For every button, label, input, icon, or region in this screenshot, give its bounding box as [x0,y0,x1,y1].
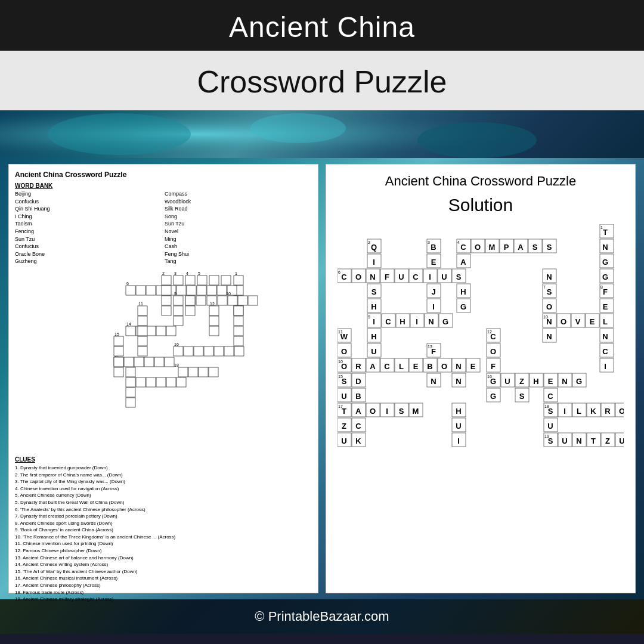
svg-rect-35 [185,296,195,305]
svg-text:L: L [577,407,581,416]
right-panel: Ancient China Crossword Puzzle Solution … [326,164,636,593]
page-title: Ancient China [0,11,644,44]
svg-rect-74 [188,367,198,377]
svg-text:V: V [575,317,581,326]
word-bank-title: WORD BANK [15,182,312,189]
svg-text:T: T [342,407,346,416]
solution-grid: 1 T 2 Q 3 B 4 C O M P [338,224,624,540]
svg-rect-54 [166,326,176,336]
svg-text:G: G [490,392,496,401]
svg-text:O: O [341,347,347,356]
svg-rect-14 [185,275,195,285]
svg-rect-81 [156,377,166,387]
wb-item: Ming [165,236,312,243]
svg-rect-75 [199,367,208,377]
svg-text:O: O [490,347,496,356]
svg-text:O: O [475,243,481,252]
svg-text:11: 11 [138,302,143,306]
footer-text: © PrintableBazaar.com [255,609,389,624]
svg-text:J: J [431,287,435,296]
svg-text:S: S [548,436,553,445]
svg-text:N: N [576,436,581,445]
clue-item: 9. 'Book of Changes' in ancient China (A… [15,527,312,534]
svg-text:C: C [385,317,391,326]
svg-text:H: H [460,287,466,296]
svg-text:P: P [504,243,509,252]
svg-rect-61 [204,346,213,356]
clue-item: 17. Ancient Chinese philosophy (Across) [15,582,312,589]
wb-item: Tang [165,258,312,265]
svg-text:U: U [547,422,553,431]
svg-rect-82 [166,377,176,387]
svg-text:N: N [602,332,608,341]
blank-crossword-grid: 1 2 3 4 5 6 [62,269,265,454]
clue-item: 6. 'The Analects' by this ancient Chines… [15,506,312,513]
svg-rect-46 [209,306,219,315]
svg-text:H: H [533,377,538,386]
svg-rect-102 [126,388,135,397]
svg-text:B: B [431,243,436,252]
svg-point-2 [250,113,346,143]
svg-rect-56 [114,336,123,346]
svg-rect-18 [221,275,231,285]
page-subtitle: Crossword Puzzle [0,64,644,100]
svg-rect-28 [207,286,216,295]
svg-text:N: N [431,377,436,386]
svg-rect-73 [178,367,188,377]
svg-text:6: 6 [338,270,340,274]
svg-text:E: E [590,317,595,326]
svg-rect-90 [114,346,123,356]
svg-text:U: U [619,436,624,445]
svg-text:K: K [590,407,596,416]
svg-rect-10 [162,275,171,285]
svg-rect-5 [234,275,243,285]
svg-text:10: 10 [226,292,231,296]
svg-rect-36 [196,296,206,305]
svg-text:12: 12 [210,302,215,306]
svg-text:E: E [413,362,419,371]
wb-item: Qin Shi Huang [15,205,162,213]
svg-point-3 [417,122,537,158]
svg-rect-16 [197,275,207,285]
wb-item: Woodblock [165,198,312,206]
wb-item: Confucius [15,198,162,206]
svg-rect-99 [234,316,243,326]
wb-item: Oracle Bone [15,250,162,258]
clues-title: CLUES [15,456,312,463]
svg-text:O: O [619,407,624,416]
svg-rect-31 [162,296,171,305]
svg-rect-17 [209,275,219,285]
svg-text:N: N [456,362,461,371]
svg-rect-80 [146,377,156,387]
svg-text:5: 5 [198,271,200,275]
svg-rect-92 [114,367,123,377]
svg-text:W: W [340,332,348,341]
svg-text:O: O [370,407,376,416]
clue-item: 7. Dynasty that created porcelain potter… [15,513,312,520]
clue-item: 11. Chinese invention used for printing … [15,540,312,547]
wb-item: Beijing [15,190,162,198]
svg-text:H: H [371,332,376,341]
svg-rect-42 [248,296,258,305]
svg-text:N: N [602,243,608,252]
svg-text:N: N [546,273,552,281]
svg-text:C: C [490,332,496,341]
svg-rect-96 [138,336,147,346]
svg-rect-62 [214,346,224,356]
wb-item: Feng Shui [165,250,312,258]
svg-rect-12 [174,275,183,285]
svg-text:I: I [564,407,566,416]
svg-rect-86 [174,306,183,315]
svg-rect-76 [209,367,218,377]
svg-text:I: I [429,273,431,281]
svg-rect-71 [165,357,174,367]
svg-rect-87 [185,306,195,315]
svg-rect-41 [238,296,247,305]
right-panel-title: Ancient China Crossword Puzzle [332,174,629,189]
svg-text:N: N [546,317,552,326]
svg-rect-48 [174,316,183,326]
svg-text:2: 2 [162,271,165,275]
header-top: Ancient China [0,0,644,51]
svg-text:L: L [603,317,608,326]
svg-point-1 [48,113,191,155]
